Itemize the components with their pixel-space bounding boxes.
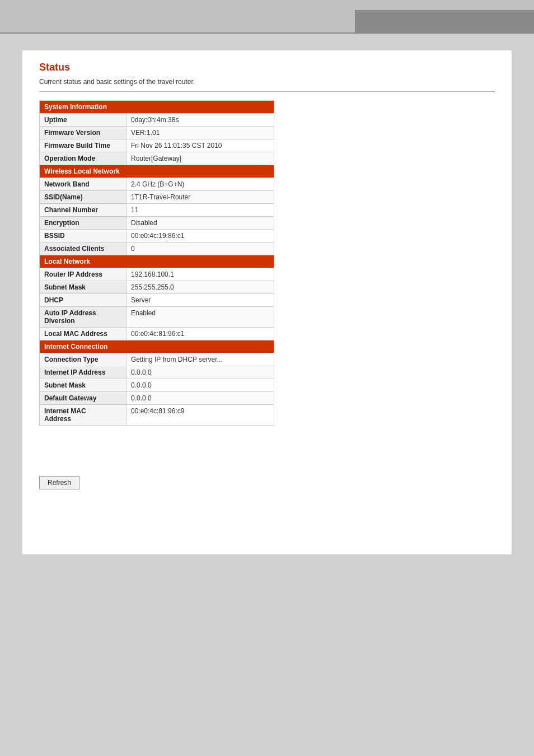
label-network-band: Network Band — [40, 178, 127, 191]
row-subnet-mask-internet: Subnet Mask 0.0.0.0 — [40, 379, 274, 392]
section-system-information-label: System Information — [40, 101, 274, 114]
value-associated-clients: 0 — [127, 242, 274, 255]
section-wireless-label: Wireless Local Network — [40, 165, 274, 178]
label-firmware-version: Firmware Version — [40, 127, 127, 139]
label-local-mac: Local MAC Address — [40, 328, 127, 340]
value-uptime: 0day:0h:4m:38s — [127, 114, 274, 127]
label-default-gateway: Default Gateway — [40, 392, 127, 405]
value-local-mac: 00:e0:4c:81:96:c1 — [127, 328, 274, 340]
row-auto-ip-diversion: Auto IP AddressDiversion Enabled — [40, 307, 274, 328]
label-subnet-mask-local: Subnet Mask — [40, 281, 127, 294]
value-internet-mac: 00:e0:4c:81:96:c9 — [127, 405, 274, 426]
value-network-band: 2.4 GHz (B+G+N) — [127, 178, 274, 191]
row-ssid: SSID(Name) 1T1R-Travel-Router — [40, 191, 274, 204]
row-operation-mode: Operation Mode Router[Gateway] — [40, 152, 274, 165]
label-operation-mode: Operation Mode — [40, 152, 127, 165]
row-encryption: Encryption Disabled — [40, 217, 274, 230]
label-auto-ip-diversion: Auto IP AddressDiversion — [40, 307, 127, 328]
row-firmware-version: Firmware Version VER:1.01 — [40, 127, 274, 139]
row-uptime: Uptime 0day:0h:4m:38s — [40, 114, 274, 127]
row-network-band: Network Band 2.4 GHz (B+G+N) — [40, 178, 274, 191]
main-content: Status Current status and basic settings… — [22, 50, 512, 554]
row-default-gateway: Default Gateway 0.0.0.0 — [40, 392, 274, 405]
section-local-network: Local Network — [40, 255, 274, 268]
section-internet-connection: Internet Connection — [40, 340, 274, 353]
button-area: Refresh — [39, 459, 495, 489]
value-internet-ip: 0.0.0.0 — [127, 366, 274, 379]
label-subnet-mask-internet: Subnet Mask — [40, 379, 127, 392]
row-channel-number: Channel Number 11 — [40, 204, 274, 217]
row-local-mac: Local MAC Address 00:e0:4c:81:96:c1 — [40, 328, 274, 340]
value-firmware-build-time: Fri Nov 26 11:01:35 CST 2010 — [127, 139, 274, 152]
section-wireless-local-network: Wireless Local Network — [40, 165, 274, 178]
value-subnet-mask-internet: 0.0.0.0 — [127, 379, 274, 392]
value-ssid: 1T1R-Travel-Router — [127, 191, 274, 204]
label-associated-clients: Associated Clients — [40, 242, 127, 255]
status-table: System Information Uptime 0day:0h:4m:38s… — [39, 100, 274, 426]
section-system-information: System Information — [40, 101, 274, 114]
page-title: Status — [39, 62, 495, 73]
value-bssid: 00:e0:4c:19:86:c1 — [127, 230, 274, 242]
value-subnet-mask-local: 255.255.255.0 — [127, 281, 274, 294]
label-dhcp: DHCP — [40, 294, 127, 307]
value-router-ip: 192.168.100.1 — [127, 268, 274, 281]
value-default-gateway: 0.0.0.0 — [127, 392, 274, 405]
row-internet-mac: Internet MACAddress 00:e0:4c:81:96:c9 — [40, 405, 274, 426]
label-ssid: SSID(Name) — [40, 191, 127, 204]
top-bar — [0, 0, 534, 34]
value-dhcp: Server — [127, 294, 274, 307]
row-dhcp: DHCP Server — [40, 294, 274, 307]
value-channel-number: 11 — [127, 204, 274, 217]
row-associated-clients: Associated Clients 0 — [40, 242, 274, 255]
row-internet-ip: Internet IP Address 0.0.0.0 — [40, 366, 274, 379]
label-bssid: BSSID — [40, 230, 127, 242]
label-uptime: Uptime — [40, 114, 127, 127]
label-connection-type: Connection Type — [40, 353, 127, 366]
label-internet-ip: Internet IP Address — [40, 366, 127, 379]
value-connection-type: Getting IP from DHCP server... — [127, 353, 274, 366]
page-description: Current status and basic settings of the… — [39, 78, 495, 92]
label-internet-mac: Internet MACAddress — [40, 405, 127, 426]
value-firmware-version: VER:1.01 — [127, 127, 274, 139]
row-subnet-mask-local: Subnet Mask 255.255.255.0 — [40, 281, 274, 294]
label-router-ip: Router IP Address — [40, 268, 127, 281]
row-router-ip: Router IP Address 192.168.100.1 — [40, 268, 274, 281]
label-encryption: Encryption — [40, 217, 127, 230]
label-channel-number: Channel Number — [40, 204, 127, 217]
row-bssid: BSSID 00:e0:4c:19:86:c1 — [40, 230, 274, 242]
row-connection-type: Connection Type Getting IP from DHCP ser… — [40, 353, 274, 366]
value-operation-mode: Router[Gateway] — [127, 152, 274, 165]
value-encryption: Disabled — [127, 217, 274, 230]
row-firmware-build-time: Firmware Build Time Fri Nov 26 11:01:35 … — [40, 139, 274, 152]
top-bar-right-block — [355, 10, 534, 32]
label-firmware-build-time: Firmware Build Time — [40, 139, 127, 152]
refresh-button[interactable]: Refresh — [39, 476, 79, 489]
section-local-network-label: Local Network — [40, 255, 274, 268]
value-auto-ip-diversion: Enabled — [127, 307, 274, 328]
section-internet-label: Internet Connection — [40, 340, 274, 353]
